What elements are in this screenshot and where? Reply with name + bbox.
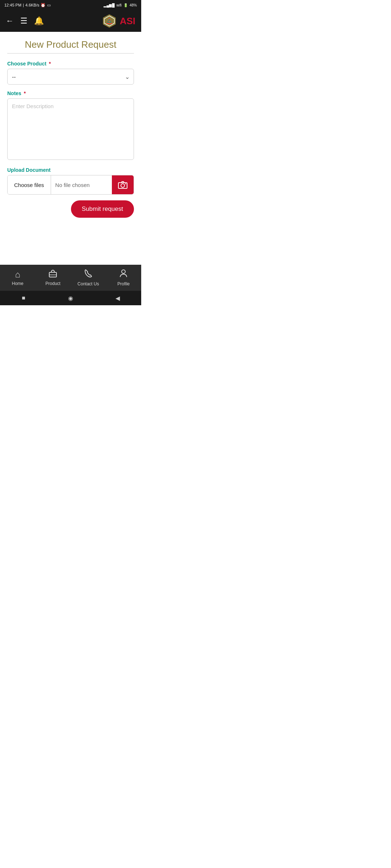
select-wrapper: -- ⌄	[7, 69, 134, 85]
required-star-notes: *	[22, 90, 26, 96]
nav-label-profile: Profile	[117, 281, 130, 286]
title-divider	[7, 53, 134, 54]
svg-point-10	[122, 270, 125, 273]
notes-textarea[interactable]	[7, 98, 134, 160]
separator: |	[23, 3, 24, 7]
alarm-icon: ⏰	[41, 3, 46, 8]
status-left: 12:45 PM | 4.6KB/s ⏰ ▭	[4, 3, 51, 8]
status-bar: 12:45 PM | 4.6KB/s ⏰ ▭ ▂▄▆█ wifi 🔋 48%	[0, 0, 141, 10]
notes-label: Notes *	[7, 90, 134, 96]
nav-item-contact[interactable]: Contact Us	[71, 269, 106, 286]
choose-files-button[interactable]: Choose files	[8, 175, 51, 194]
top-nav: ← ☰ 🔔 ASI	[0, 10, 141, 32]
home-icon: ⌂	[15, 269, 21, 280]
speed: 4.6KB/s	[25, 3, 39, 7]
phone-icon	[84, 269, 92, 280]
menu-button[interactable]: ☰	[20, 16, 28, 26]
svg-point-6	[121, 184, 125, 187]
product-icon	[49, 269, 57, 280]
submit-request-button[interactable]: Submit request	[71, 200, 134, 218]
nav-item-profile[interactable]: Profile	[106, 269, 142, 286]
main-content: New Product Request Choose Product * -- …	[0, 32, 141, 268]
required-star-product: *	[47, 61, 51, 67]
battery-percent: 48%	[130, 3, 137, 7]
nav-item-home[interactable]: ⌂ Home	[0, 269, 35, 286]
android-square-button[interactable]: ■	[20, 294, 28, 302]
android-back-button[interactable]: ◀	[114, 294, 122, 302]
profile-icon	[119, 269, 127, 280]
notes-field: Notes *	[7, 90, 134, 167]
battery-icon: 🔋	[123, 3, 128, 7]
product-select[interactable]: --	[7, 69, 134, 85]
nav-label-product: Product	[46, 281, 60, 286]
submit-row: Submit request	[7, 200, 134, 225]
time: 12:45 PM	[4, 3, 21, 7]
status-right: ▂▄▆█ wifi 🔋 48%	[104, 3, 137, 7]
signal-icon: ▂▄▆█	[104, 3, 114, 7]
back-button[interactable]: ←	[6, 16, 14, 26]
android-system-bar: ■ ◉ ◀	[0, 291, 141, 305]
wifi-icon: wifi	[117, 3, 122, 7]
svg-marker-0	[103, 14, 115, 27]
choose-product-field: Choose Product * -- ⌄	[7, 61, 134, 85]
upload-section: Upload Document Choose files No file cho…	[7, 167, 134, 195]
nav-item-product[interactable]: Product	[35, 269, 71, 286]
page-title: New Product Request	[7, 39, 134, 50]
choose-product-label: Choose Product *	[7, 61, 134, 67]
nav-label-contact: Contact Us	[77, 281, 99, 286]
logo-area: ASI	[102, 13, 135, 29]
nav-left: ← ☰ 🔔	[6, 16, 44, 26]
android-home-button[interactable]: ◉	[67, 294, 75, 302]
camera-icon	[118, 181, 127, 189]
bottom-nav: ⌂ Home Product Contact Us Profile	[0, 265, 141, 291]
upload-row: Choose files No file chosen	[7, 175, 134, 195]
screen-icon: ▭	[47, 3, 51, 8]
logo-hex-icon	[102, 13, 117, 29]
notification-bell-icon[interactable]: 🔔	[34, 16, 44, 26]
upload-document-label: Upload Document	[7, 167, 134, 173]
nav-label-home: Home	[12, 281, 24, 286]
logo-text: ASI	[120, 16, 135, 27]
svg-point-7	[125, 183, 126, 184]
camera-button[interactable]	[112, 175, 134, 194]
no-file-text: No file chosen	[51, 182, 112, 188]
